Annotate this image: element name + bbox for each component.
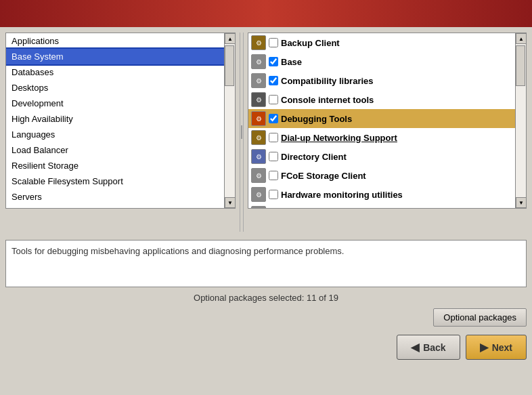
main-content: ApplicationsBase SystemDatabasesDesktops…	[0, 27, 532, 237]
package-icon-fcoe-storage: ⚙	[251, 168, 266, 183]
package-checkbox-dial-up-networking[interactable]	[269, 133, 278, 142]
package-item-hardware-monitoring[interactable]: ⚙Hardware monitoring utilities	[248, 185, 515, 204]
category-item-load-balancer[interactable]: Load Balancer	[6, 142, 224, 158]
right-scroll-thumb[interactable]	[516, 45, 525, 86]
category-item-resilient-storage[interactable]: Resilient Storage	[6, 158, 224, 173]
package-checkbox-backup-client[interactable]	[269, 38, 278, 47]
top-banner	[0, 0, 532, 27]
left-panel: ApplicationsBase SystemDatabasesDesktops…	[5, 33, 236, 209]
next-button[interactable]: ▶ Next	[466, 335, 527, 360]
bottom-section: Optional packages selected: 11 of 19 Opt…	[0, 290, 532, 329]
package-checkbox-base[interactable]	[269, 57, 278, 66]
category-list: ApplicationsBase SystemDatabasesDesktops…	[6, 33, 224, 208]
category-item-scalable-filesystem[interactable]: Scalable Filesystem Support	[6, 173, 224, 189]
category-item-development[interactable]: Development	[6, 96, 224, 111]
category-item-desktops[interactable]: Desktops	[6, 80, 224, 96]
package-label-debugging-tools: Debugging Tools	[281, 114, 352, 124]
package-icon-backup-client: ⚙	[251, 35, 266, 50]
package-label-directory-client: Directory Client	[281, 152, 347, 162]
package-checkbox-hardware-monitoring[interactable]	[269, 190, 278, 199]
package-icon-base: ⚙	[251, 54, 266, 69]
package-item-debugging-tools[interactable]: ⚙Debugging Tools	[248, 109, 515, 128]
scroll-thumb[interactable]	[225, 45, 234, 86]
package-checkbox-compatibility-libraries[interactable]	[269, 76, 278, 85]
left-scrollbar[interactable]: ▲ ▼	[224, 33, 235, 208]
nav-buttons: ◀ Back ▶ Next	[0, 329, 532, 365]
scroll-up-btn[interactable]: ▲	[225, 33, 236, 44]
category-item-base-system[interactable]: Base System	[6, 49, 224, 64]
package-label-dial-up-networking: Dial-up Networking Support	[281, 133, 397, 143]
right-scroll-track	[516, 44, 526, 197]
package-item-dial-up-networking[interactable]: ⚙Dial-up Networking Support	[248, 128, 515, 147]
category-item-high-availability[interactable]: High Availability	[6, 111, 224, 127]
scroll-down-btn[interactable]: ▼	[225, 197, 236, 208]
right-scroll-up-btn[interactable]: ▲	[516, 33, 527, 44]
package-icon-console-internet-tools: ⚙	[251, 92, 266, 107]
scroll-track	[225, 44, 235, 197]
package-icon-compatibility-libraries: ⚙	[251, 73, 266, 88]
next-icon: ▶	[480, 341, 488, 354]
package-label-fcoe-storage: FCoE Storage Client	[281, 171, 366, 181]
category-item-languages[interactable]: Languages	[6, 127, 224, 142]
description-text: Tools for debugging misbehaving applicat…	[12, 246, 344, 256]
package-label-compatibility-libraries: Compatibility libraries	[281, 76, 374, 86]
package-item-directory-client[interactable]: ⚙Directory Client	[248, 147, 515, 166]
package-checkbox-console-internet-tools[interactable]	[269, 95, 278, 104]
category-item-applications[interactable]: Applications	[6, 33, 224, 49]
package-icon-debugging-tools: ⚙	[251, 111, 266, 126]
package-item-compatibility-libraries[interactable]: ⚙Compatibility libraries	[248, 71, 515, 90]
optional-packages-button[interactable]: Optional packages	[433, 308, 527, 327]
package-label-console-internet-tools: Console internet tools	[281, 95, 374, 105]
right-panel: ⚙Backup Client⚙Base⚙Compatibility librar…	[248, 33, 527, 209]
package-item-base[interactable]: ⚙Base	[248, 52, 515, 71]
package-item-backup-client[interactable]: ⚙Backup Client	[248, 33, 515, 52]
package-icon-directory-client: ⚙	[251, 149, 266, 164]
package-label-base: Base	[281, 57, 302, 67]
package-item-fcoe-storage[interactable]: ⚙FCoE Storage Client	[248, 166, 515, 185]
package-label-backup-client: Backup Client	[281, 38, 340, 48]
package-icon-infiniband-support: ⚙	[251, 206, 266, 208]
package-label-hardware-monitoring: Hardware monitoring utilities	[281, 190, 403, 200]
back-button[interactable]: ◀ Back	[397, 335, 460, 360]
package-checkbox-directory-client[interactable]	[269, 152, 278, 161]
package-icon-hardware-monitoring: ⚙	[251, 187, 266, 202]
package-item-console-internet-tools[interactable]: ⚙Console internet tools	[248, 90, 515, 109]
package-checkbox-fcoe-storage[interactable]	[269, 171, 278, 180]
package-list: ⚙Backup Client⚙Base⚙Compatibility librar…	[248, 33, 515, 208]
package-item-infiniband-support[interactable]: ⚙Infiniband Support	[248, 204, 515, 208]
back-label: Back	[423, 342, 445, 353]
category-item-servers[interactable]: Servers	[6, 189, 224, 205]
right-scroll-down-btn[interactable]: ▼	[516, 197, 527, 208]
package-checkbox-debugging-tools[interactable]	[269, 114, 278, 123]
optional-packages-info: Optional packages selected: 11 of 19	[194, 293, 338, 303]
center-divider	[240, 33, 244, 232]
description-area: Tools for debugging misbehaving applicat…	[5, 240, 527, 287]
right-scrollbar[interactable]: ▲ ▼	[515, 33, 526, 208]
next-label: Next	[492, 342, 512, 353]
package-icon-dial-up-networking: ⚙	[251, 130, 266, 145]
back-icon: ◀	[411, 341, 419, 354]
divider-line	[241, 125, 242, 139]
category-item-databases[interactable]: Databases	[6, 64, 224, 80]
